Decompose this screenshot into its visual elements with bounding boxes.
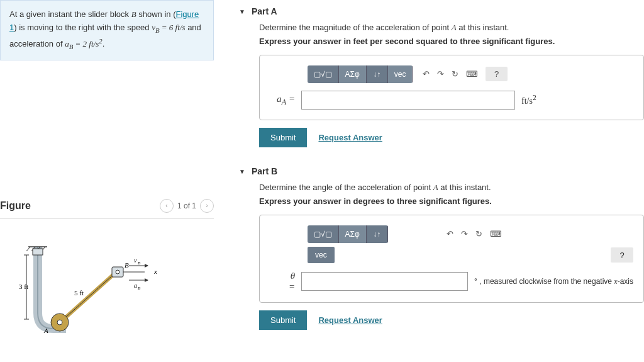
svg-rect-5 — [33, 249, 43, 255]
redo-icon[interactable]: ↷ — [461, 229, 468, 239]
svg-text:B: B — [138, 286, 141, 291]
undo-icon[interactable]: ↶ — [423, 69, 430, 79]
vec-button[interactable]: vec — [388, 65, 413, 83]
part-a-instruction: Express your answer in feet per second s… — [259, 37, 644, 46]
keyboard-icon[interactable]: ⌨ — [466, 69, 478, 79]
help-icon[interactable]: ? — [611, 247, 633, 263]
equation-toolbar-b: ▢√▢ ΑΣφ ↓↑ — [308, 225, 388, 243]
svg-text:B: B — [125, 261, 129, 269]
svg-point-9 — [57, 320, 62, 325]
part-a-header[interactable]: ▼ Part A — [239, 0, 644, 23]
pager-label: 1 of 1 — [177, 201, 196, 210]
templates-button[interactable]: ▢√▢ — [308, 225, 339, 243]
part-b-request-answer-link[interactable]: Request Answer — [318, 315, 382, 325]
figure-diagram: B vB aB x 5 ft 3 ft A — [0, 231, 214, 346]
problem-text: At a given instant the slider block — [9, 9, 131, 19]
part-a-title: Part A — [252, 6, 277, 16]
subsup-button[interactable]: ↓↑ — [367, 225, 388, 243]
part-a-prompt: Determine the magnitude of the accelerat… — [259, 23, 644, 33]
part-a-answer-box: ▢√▢ ΑΣφ ↓↑ vec ↶ ↷ ↻ ⌨ ? aA = — [259, 55, 644, 120]
svg-text:5 ft: 5 ft — [74, 289, 84, 297]
part-a-var-label: aA = — [270, 94, 295, 107]
vec-button-b[interactable]: vec — [308, 247, 335, 263]
svg-text:B: B — [138, 261, 141, 266]
part-a-submit-button[interactable]: Submit — [259, 128, 307, 147]
svg-text:3 ft: 3 ft — [19, 283, 28, 290]
part-b-unit-note: ° , measured clockwise from the negative… — [474, 277, 633, 286]
part-b-answer-box: ▢√▢ ΑΣφ ↓↑ ↶ ↷ ↻ ⌨ vec ? θ= — [259, 215, 644, 303]
svg-text:A: A — [43, 327, 48, 334]
part-b-var-label: θ= — [270, 271, 295, 292]
aB-value: aB = 2 ft/s2 — [65, 39, 102, 48]
caret-down-icon: ▼ — [239, 8, 245, 15]
vB-value: vB = 6 ft/s — [152, 23, 185, 32]
svg-text:a: a — [134, 282, 137, 289]
figure-header: Figure ‹ 1 of 1 › — [0, 199, 214, 218]
part-b-title: Part B — [252, 166, 277, 176]
subsup-button[interactable]: ↓↑ — [367, 65, 388, 83]
reset-icon[interactable]: ↻ — [475, 229, 482, 239]
svg-text:x: x — [153, 268, 157, 275]
help-icon[interactable]: ? — [486, 67, 508, 81]
undo-icon[interactable]: ↶ — [447, 229, 453, 239]
pager-next-button[interactable]: › — [200, 199, 214, 213]
svg-point-12 — [116, 270, 119, 274]
equation-toolbar-a: ▢√▢ ΑΣφ ↓↑ vec — [308, 65, 413, 83]
greek-button[interactable]: ΑΣφ — [339, 225, 367, 243]
reset-icon[interactable]: ↻ — [452, 69, 458, 79]
part-a-request-answer-link[interactable]: Request Answer — [318, 133, 382, 142]
templates-button[interactable]: ▢√▢ — [308, 65, 339, 83]
part-b-instruction: Express your answer in degrees to three … — [259, 196, 644, 206]
svg-line-1 — [26, 247, 30, 251]
part-b-answer-input[interactable] — [301, 272, 468, 291]
pager-prev-button[interactable]: ‹ — [160, 199, 174, 213]
redo-icon[interactable]: ↷ — [437, 69, 444, 79]
part-a-answer-input[interactable] — [301, 91, 515, 110]
part-b-header[interactable]: ▼ Part B — [239, 160, 644, 183]
problem-statement: At a given instant the slider block B sh… — [0, 0, 214, 60]
figure-title: Figure — [0, 200, 31, 212]
keyboard-icon[interactable]: ⌨ — [490, 229, 502, 239]
figure-pager: ‹ 1 of 1 › — [160, 199, 214, 213]
greek-button[interactable]: ΑΣφ — [339, 65, 367, 83]
part-b-submit-button[interactable]: Submit — [259, 310, 307, 330]
svg-text:v: v — [134, 257, 137, 264]
part-b-prompt: Determine the angle of the acceleration … — [259, 183, 644, 193]
caret-down-icon: ▼ — [239, 168, 245, 175]
var-B: B — [131, 9, 136, 19]
part-a-unit: ft/s2 — [521, 94, 536, 106]
